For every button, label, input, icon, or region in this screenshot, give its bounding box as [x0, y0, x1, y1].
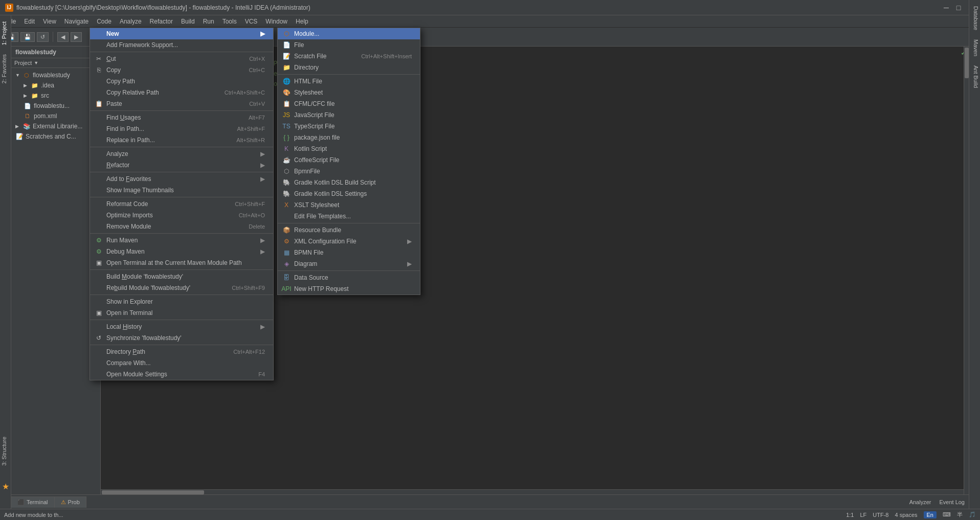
menu-run-maven[interactable]: ⚙ Run Maven ▶ — [90, 235, 273, 246]
submenu-edit-templates[interactable]: Edit File Templates... — [278, 211, 420, 222]
submenu-directory[interactable]: 📁 Directory — [278, 62, 420, 73]
menu-find-in-path[interactable]: Find in Path... Alt+Shift+F — [90, 123, 273, 134]
context-menu-new-header[interactable]: New ▶ — [90, 28, 273, 39]
tab-structure[interactable]: 3: Structure — [0, 435, 11, 468]
menu-copy-relative-path[interactable]: Copy Relative Path Ctrl+Alt+Shift+C — [90, 87, 273, 98]
tab-ant-build[interactable]: Ant Build — [969, 61, 980, 92]
submenu-package-json[interactable]: { } package.json file — [278, 132, 420, 143]
tab-analyzer[interactable]: Analyzer — [905, 499, 936, 505]
menu-refactor[interactable]: Refactor ▶ — [90, 160, 273, 171]
tree-item-root[interactable]: ▼ ⬡ flowablestudy — [11, 70, 100, 80]
submenu-module[interactable]: ⬡ Module... — [278, 28, 420, 39]
menu-local-history[interactable]: Local History ▶ — [90, 321, 273, 332]
menu-remove-module[interactable]: Remove Module Delete — [90, 221, 273, 232]
menu-paste[interactable]: 📋 Paste Ctrl+V — [90, 98, 273, 109]
submenu-http-request[interactable]: API New HTTP Request — [278, 283, 420, 295]
tab-database[interactable]: Database — [969, 2, 980, 34]
favorites-star[interactable]: ★ — [0, 480, 11, 493]
run-maven-arrow: ▶ — [260, 237, 265, 244]
submenu-gradle-build[interactable]: 🐘 Gradle Kotlin DSL Build Script — [278, 177, 420, 188]
panel-header: flowablestudy — [11, 47, 100, 58]
menu-reformat[interactable]: Reformat Code Ctrl+Shift+F — [90, 198, 273, 210]
submenu-scratch[interactable]: 📝 Scratch File Ctrl+Alt+Shift+Insert — [278, 51, 420, 62]
scrollbar-thumb[interactable] — [965, 48, 969, 78]
menu-directory-path[interactable]: Directory Path Ctrl+Alt+F12 — [90, 346, 273, 357]
menu-view[interactable]: View — [39, 17, 60, 26]
menu-build[interactable]: Build — [177, 17, 199, 26]
tree-item-src[interactable]: ▶ 📁 src — [11, 91, 100, 101]
submenu-data-source[interactable]: 🗄 Data Source — [278, 272, 420, 283]
submenu-html[interactable]: 🌐 HTML File — [278, 76, 420, 87]
tree-item-idea[interactable]: ▶ 📁 .idea — [11, 80, 100, 91]
toolbar-forward[interactable]: ▶ — [71, 32, 82, 42]
tab-project[interactable]: 1: Project — [0, 17, 11, 49]
tab-problems[interactable]: ⚠ Prob — [55, 496, 86, 508]
menu-find-usages[interactable]: Find Usages Alt+F7 — [90, 112, 273, 123]
menu-copy-path[interactable]: Copy Path — [90, 76, 273, 87]
submenu-coffee[interactable]: ☕ CoffeeScript File — [278, 154, 420, 166]
menu-help[interactable]: Help — [292, 17, 313, 26]
submenu-ts[interactable]: TS TypeScript File — [278, 121, 420, 132]
tree-item-flowable[interactable]: 📄 flowablestu... — [11, 101, 100, 111]
tree-item-scratches[interactable]: 📝 Scratches and C... — [11, 131, 100, 142]
tab-maven[interactable]: Maven — [969, 35, 980, 60]
menu-build-module[interactable]: Build Module 'flowablestudy' — [90, 271, 273, 282]
menu-tools[interactable]: Tools — [218, 17, 241, 26]
maximize-button[interactable]: □ — [954, 4, 963, 12]
toolbar-reload[interactable]: ↺ — [37, 32, 49, 42]
toolbar-back[interactable]: ◀ — [57, 32, 69, 42]
horizontal-scrollbar[interactable] — [101, 489, 964, 494]
lang-indicator[interactable]: En — [924, 511, 937, 518]
open-terminal-maven-label: Open Terminal at the Current Maven Modul… — [106, 259, 242, 266]
menu-show-explorer[interactable]: Show in Explorer — [90, 296, 273, 307]
menu-cut[interactable]: ✂ Cut Ctrl+X — [90, 53, 273, 64]
tab-terminal[interactable]: ⬛ Terminal — [11, 496, 55, 508]
submenu-bpmn-file[interactable]: ⬡ BpmnFile — [278, 166, 420, 177]
menu-add-framework[interactable]: Add Framework Support... — [90, 39, 273, 51]
submenu-kotlin[interactable]: K Kotlin Script — [278, 143, 420, 154]
menu-show-thumbnails[interactable]: Show Image Thumbnails — [90, 185, 273, 196]
submenu-js[interactable]: JS JavaScript File — [278, 109, 420, 121]
menu-optimize-imports[interactable]: Optimize Imports Ctrl+Alt+O — [90, 210, 273, 221]
tree-item-external[interactable]: ▶ 📚 External Librarie... — [11, 121, 100, 131]
submenu-diagram[interactable]: ◈ Diagram ▶ — [278, 258, 420, 269]
submenu-xml-config[interactable]: ⚙ XML Configuration File ▶ — [278, 236, 420, 247]
menu-window[interactable]: Window — [261, 17, 292, 26]
vertical-scrollbar[interactable] — [964, 47, 969, 494]
menu-refactor[interactable]: Refactor — [146, 17, 177, 26]
project-dropdown-arrow[interactable]: ▼ — [34, 60, 38, 65]
submenu-cfml[interactable]: 📋 CFML/CFC file — [278, 98, 420, 109]
tab-event-log[interactable]: Event Log — [935, 499, 969, 505]
menu-open-terminal[interactable]: ▣ Open in Terminal — [90, 307, 273, 319]
menu-analyze[interactable]: Analyze — [116, 17, 146, 26]
run-maven-icon: ⚙ — [94, 237, 103, 244]
submenu-bpmn-file2[interactable]: ▦ BPMN File — [278, 247, 420, 258]
hscrollbar-thumb[interactable] — [102, 490, 204, 494]
submenu-file[interactable]: 📄 File — [278, 39, 420, 51]
menu-add-favorites[interactable]: Add to Favorites ▶ — [90, 173, 273, 185]
menu-debug-maven[interactable]: ⚙ Debug Maven ▶ — [90, 246, 273, 257]
menu-vcs[interactable]: VCS — [241, 17, 262, 26]
menu-rebuild-module[interactable]: Rebuild Module 'flowablestudy' Ctrl+Shif… — [90, 282, 273, 293]
tree-item-pom[interactable]: 🗋 pom.xml — [11, 111, 100, 121]
minimize-button[interactable]: ─ — [942, 4, 950, 12]
menu-code[interactable]: Code — [93, 17, 116, 26]
menu-copy[interactable]: ⎘ Copy Ctrl+C — [90, 64, 273, 76]
terminal-maven-icon: ▣ — [94, 259, 103, 266]
menu-replace-in-path[interactable]: Replace in Path... Alt+Shift+R — [90, 134, 273, 146]
submenu-xslt[interactable]: X XSLT Stylesheet — [278, 199, 420, 211]
sound-icon: 🎵 — [969, 511, 976, 518]
submenu-resource-bundle[interactable]: 📦 Resource Bundle — [278, 224, 420, 236]
menu-navigate[interactable]: Navigate — [60, 17, 93, 26]
submenu-stylesheet[interactable]: 🎨 Stylesheet — [278, 87, 420, 98]
menu-compare-with[interactable]: Compare With... — [90, 357, 273, 369]
submenu-gradle-settings[interactable]: 🐘 Gradle Kotlin DSL Settings — [278, 188, 420, 199]
menu-analyze[interactable]: Analyze ▶ — [90, 148, 273, 160]
menu-open-terminal-maven[interactable]: ▣ Open Terminal at the Current Maven Mod… — [90, 257, 273, 268]
menu-synchronize[interactable]: ↺ Synchronize 'flowablestudy' — [90, 332, 273, 344]
menu-run[interactable]: Run — [199, 17, 218, 26]
menu-edit[interactable]: Edit — [20, 17, 39, 26]
tab-favorites[interactable]: 2: Favorites — [0, 50, 11, 87]
menu-module-settings[interactable]: Open Module Settings F4 — [90, 369, 273, 380]
toolbar-save2[interactable]: 💾 — [20, 32, 35, 42]
